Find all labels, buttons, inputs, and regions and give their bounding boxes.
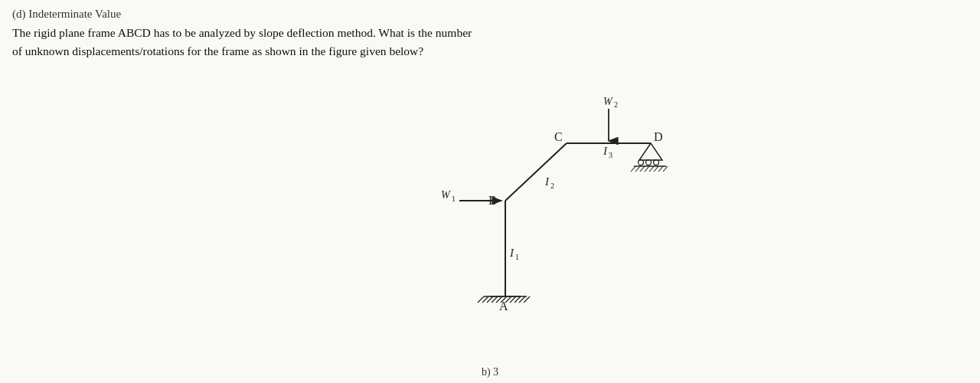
pin-triangle	[639, 143, 662, 160]
top-label: (d) Indeterminate Value	[12, 8, 968, 21]
svg-line-31	[663, 166, 668, 172]
label-I1: I	[509, 247, 514, 259]
label-I3: I	[603, 145, 608, 157]
question-line1: The rigid plane frame ABCD has to be ana…	[12, 26, 472, 39]
label-I2: I	[544, 175, 550, 188]
svg-line-25	[635, 166, 640, 172]
label-A: A	[499, 300, 508, 313]
question-text: The rigid plane frame ABCD has to be ana…	[12, 24, 962, 61]
label-W1-sub: 1	[452, 195, 456, 203]
label-I3-sub: 3	[609, 151, 612, 159]
question-line2: of unknown displacements/rotations for t…	[12, 44, 423, 57]
page: (d) Indeterminate Value The rigid plane …	[0, 0, 980, 383]
svg-line-30	[658, 166, 663, 172]
label-C: C	[554, 130, 563, 143]
label-D: D	[654, 130, 663, 143]
svg-line-27	[645, 166, 649, 172]
label-W2-sub: 2	[614, 100, 618, 109]
diagram-area: A B C D I 1 I 2 I 3	[12, 67, 968, 342]
label-I1-sub: 1	[515, 253, 519, 261]
svg-line-26	[640, 166, 645, 172]
bottom-label: b) 3	[482, 366, 498, 378]
frame-diagram: A B C D I 1 I 2 I 3	[291, 67, 689, 335]
svg-line-28	[649, 166, 654, 172]
svg-line-14	[505, 143, 567, 201]
label-W2: W	[603, 96, 613, 107]
label-W1: W	[441, 189, 451, 201]
svg-line-24	[631, 166, 635, 172]
label-I2-sub: 2	[550, 182, 554, 190]
svg-line-29	[654, 166, 658, 172]
